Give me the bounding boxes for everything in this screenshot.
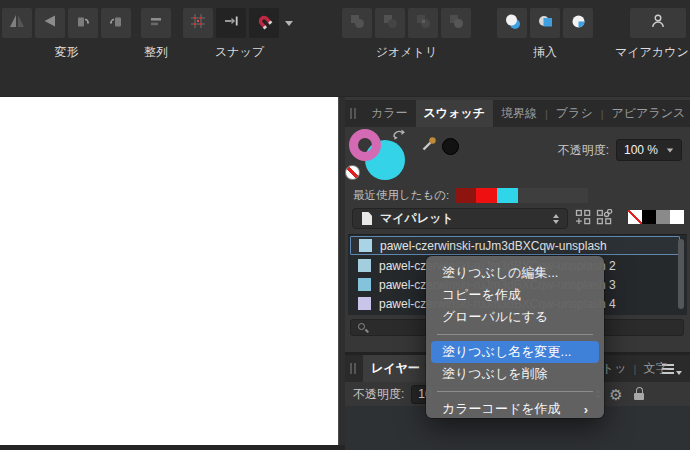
- insert-inside-icon: [570, 13, 587, 34]
- no-fill-icon[interactable]: [345, 165, 360, 180]
- toolbar-group-transform: 変形: [2, 8, 131, 61]
- swatch-list-item[interactable]: pawel-czerwinski-ruJm3dBXCqw-unsplash: [350, 236, 680, 255]
- rotate-cw-icon: [108, 13, 124, 33]
- tab-brush[interactable]: ブラシ: [548, 100, 601, 127]
- top-toolbar: 変形 整列: [0, 0, 690, 96]
- magnet-icon: [255, 12, 273, 34]
- submenu-arrow-icon: ›: [584, 402, 588, 417]
- chevron-down-icon: [676, 371, 682, 375]
- rotate-ccw-button[interactable]: [68, 8, 98, 38]
- tab-text[interactable]: 文字: [643, 360, 667, 377]
- color-indicator-area: 不透明度: 100 %: [345, 127, 690, 184]
- swatch-chip: [358, 278, 371, 291]
- toolbar-label-insert: 挿入: [533, 44, 557, 61]
- recent-colors-label: 最近使用したもの:: [353, 188, 449, 203]
- snap-move-icon: [223, 13, 239, 33]
- recent-color-swatch[interactable]: [476, 188, 497, 203]
- my-account-button[interactable]: [630, 8, 686, 38]
- flip-horizontal-button[interactable]: [2, 8, 32, 38]
- swap-colors-icon[interactable]: [391, 127, 407, 145]
- geometry-add-button[interactable]: [342, 8, 372, 38]
- swatch-chip: [358, 259, 371, 272]
- swatch-name: pawel-czerwinski-ruJm3dBXCqw-unsplash: [380, 239, 607, 253]
- person-icon: [650, 13, 666, 33]
- tab-layers[interactable]: レイヤー: [363, 355, 428, 382]
- geometry-divide-button[interactable]: [441, 8, 471, 38]
- app-window: 変形 整列: [0, 0, 690, 450]
- stroke-color-well[interactable]: [349, 129, 381, 161]
- panel-divider: [338, 97, 345, 450]
- boolean-intersect-icon: [415, 13, 431, 33]
- flip-vertical-icon: [42, 13, 58, 33]
- toolbar-label-geometry: ジオメトリ: [376, 44, 437, 61]
- tab-stroke[interactable]: 境界線: [493, 100, 545, 127]
- panel-drag-handle[interactable]: [350, 108, 356, 119]
- swatch-chip: [358, 297, 371, 310]
- select-stepper-icon: [553, 214, 559, 224]
- palette-row: マイパレット: [345, 207, 690, 233]
- rotate-ccw-icon: [75, 13, 91, 33]
- tab-swatches[interactable]: スウォッチ: [416, 100, 493, 127]
- swatch-none[interactable]: [628, 210, 642, 224]
- opacity-label: 不透明度:: [558, 142, 609, 159]
- toolbar-group-insert: 挿入: [497, 8, 593, 61]
- insert-inside-button[interactable]: [563, 8, 593, 38]
- add-swatch-icon[interactable]: [575, 209, 592, 230]
- tab-appearance[interactable]: アピアランス: [604, 100, 690, 127]
- menu-item-delete-fill[interactable]: 塗りつぶしを削除: [426, 363, 604, 385]
- chevron-down-icon: [667, 148, 673, 152]
- chevron-down-icon: [285, 21, 293, 26]
- picked-color-well[interactable]: [442, 138, 459, 155]
- lock-icon[interactable]: [634, 387, 645, 401]
- flip-horizontal-icon: [9, 13, 25, 33]
- recent-color-swatch[interactable]: [455, 188, 476, 203]
- menu-item-create-copy[interactable]: コピーを作成: [426, 284, 604, 306]
- menu-item-create-color-code[interactable]: カラーコードを作成 ›: [426, 398, 604, 420]
- toolbar-label-align: 整列: [144, 44, 168, 61]
- recent-color-swatch[interactable]: [497, 188, 518, 203]
- panel-drag-handle[interactable]: [350, 363, 356, 374]
- align-button[interactable]: [141, 8, 171, 38]
- swatches-panel-tab-bar: カラー スウォッチ 境界線 | ブラシ | アピアランス: [345, 100, 690, 127]
- geometry-subtract-button[interactable]: [375, 8, 405, 38]
- recent-colors-empty: [518, 188, 588, 203]
- toolbar-group-account: マイアカウント: [615, 8, 690, 61]
- rotate-cw-button[interactable]: [101, 8, 131, 38]
- gear-icon[interactable]: ⚙: [609, 387, 622, 402]
- toolbar-label-snap: スナップ: [215, 44, 264, 61]
- opacity-dropdown[interactable]: 100 %: [616, 139, 682, 161]
- layers-opacity-label: 不透明度:: [353, 386, 404, 403]
- snap-grid-button[interactable]: [183, 8, 213, 38]
- toolbar-group-align: 整列: [141, 8, 171, 61]
- menu-item-make-global[interactable]: グローバルにする: [426, 306, 604, 328]
- swatch-black[interactable]: [642, 210, 656, 224]
- swatch-gray[interactable]: [656, 210, 670, 224]
- insert-behind-button[interactable]: [497, 8, 527, 38]
- snap-magnet-button[interactable]: [249, 8, 279, 38]
- link-swatch-icon[interactable]: [596, 209, 613, 230]
- eyedropper-icon[interactable]: [420, 135, 438, 157]
- swatch-chip: [359, 239, 372, 252]
- swatch-white[interactable]: [670, 210, 684, 224]
- scrollbar-thumb[interactable]: [678, 239, 684, 309]
- document-palette-icon: [362, 212, 372, 225]
- geometry-intersect-button[interactable]: [408, 8, 438, 38]
- align-icon: [148, 13, 164, 33]
- toolbar-group-snap: スナップ: [183, 8, 296, 61]
- palette-select[interactable]: マイパレット: [352, 208, 568, 229]
- document-canvas[interactable]: [0, 97, 338, 445]
- snap-move-button[interactable]: [216, 8, 246, 38]
- tab-partial-label[interactable]: トッ | 文字: [602, 355, 667, 382]
- toolbar-label-account: マイアカウント: [615, 44, 690, 61]
- snap-options-dropdown[interactable]: [282, 8, 296, 38]
- tab-color[interactable]: カラー: [363, 100, 416, 127]
- boolean-divide-icon: [448, 13, 464, 33]
- flip-vertical-button[interactable]: [35, 8, 65, 38]
- snap-grid-icon: [190, 13, 206, 33]
- palette-name: マイパレット: [380, 210, 454, 227]
- menu-item-edit-fill[interactable]: 塗りつぶしの編集...: [426, 262, 604, 284]
- swatch-context-menu: 塗りつぶしの編集... コピーを作成 グローバルにする 塗りつぶし名を変更...…: [426, 256, 604, 418]
- insert-on-top-button[interactable]: [530, 8, 560, 38]
- boolean-add-icon: [349, 13, 365, 33]
- menu-item-rename-fill[interactable]: 塗りつぶし名を変更...: [431, 341, 599, 363]
